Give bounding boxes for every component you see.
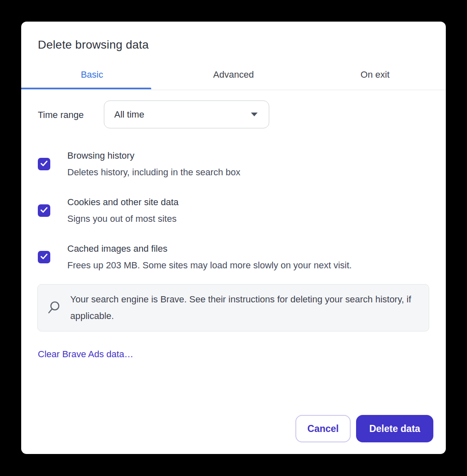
time-range-select[interactable]: All time xyxy=(104,101,269,128)
search-icon xyxy=(47,300,61,315)
cookies-checkbox[interactable] xyxy=(38,204,50,217)
delete-data-button[interactable]: Delete data xyxy=(356,415,433,442)
active-tab-underline xyxy=(21,88,151,89)
checkmark-icon xyxy=(39,205,49,216)
tab-bar: Basic Advanced On exit xyxy=(21,61,446,90)
browsing-history-label: Browsing history xyxy=(67,147,241,164)
browsing-history-checkbox[interactable] xyxy=(38,158,50,170)
cookies-label: Cookies and other site data xyxy=(67,194,179,211)
cached-images-description: Frees up 203 MB. Some sites may load mor… xyxy=(67,257,352,274)
delete-browsing-data-dialog: Delete browsing data Basic Advanced On e… xyxy=(21,22,446,454)
checkmark-icon xyxy=(39,158,49,170)
cached-images-label: Cached images and files xyxy=(67,240,352,257)
browsing-history-row: Browsing history Deletes history, includ… xyxy=(38,147,429,181)
time-range-label: Time range xyxy=(38,109,84,121)
dialog-title: Delete browsing data xyxy=(38,38,149,52)
tab-basic[interactable]: Basic xyxy=(21,61,163,90)
tab-on-exit[interactable]: On exit xyxy=(304,61,446,90)
chevron-down-icon xyxy=(251,113,258,116)
cookies-description: Signs you out of most sites xyxy=(67,211,179,227)
cancel-button[interactable]: Cancel xyxy=(295,415,351,442)
search-engine-notice-text: Your search engine is Brave. See their i… xyxy=(70,291,412,324)
cached-images-row: Cached images and files Frees up 203 MB.… xyxy=(38,240,429,274)
tab-advanced[interactable]: Advanced xyxy=(163,61,305,90)
clear-brave-ads-data-link[interactable]: Clear Brave Ads data… xyxy=(38,348,133,361)
dialog-actions: Cancel Delete data xyxy=(295,415,433,442)
cached-images-checkbox[interactable] xyxy=(38,251,50,263)
cookies-row: Cookies and other site data Signs you ou… xyxy=(38,194,429,227)
search-engine-notice: Your search engine is Brave. See their i… xyxy=(37,284,429,331)
time-range-value: All time xyxy=(114,109,251,120)
browsing-history-description: Deletes history, including in the search… xyxy=(67,164,241,181)
checkmark-icon xyxy=(39,251,49,263)
